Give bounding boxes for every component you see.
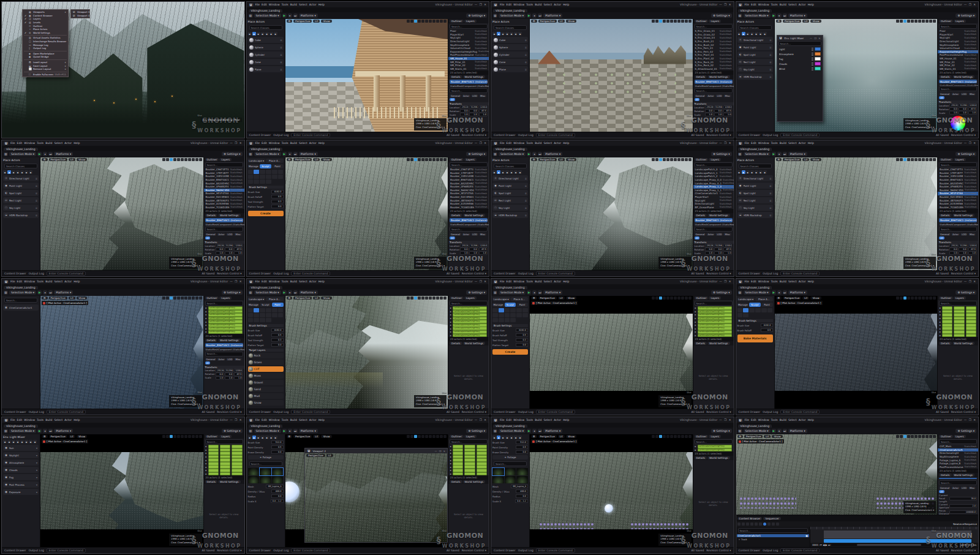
viewport-tool-icon[interactable] xyxy=(907,435,910,438)
light-mixer-row[interactable]: Light xyxy=(777,47,823,51)
viewport-tool-icon[interactable] xyxy=(896,296,899,300)
selection-mode-dropdown[interactable]: Selection Mode ▾ xyxy=(744,429,771,433)
filter-pill[interactable]: LOD xyxy=(960,486,968,489)
console-input[interactable]: Enter Console Command xyxy=(536,548,575,553)
outliner-tab[interactable]: Outliner xyxy=(695,435,709,438)
foliage-detail-value[interactable]: 0.0 xyxy=(271,494,284,498)
viewport-tool-icon[interactable] xyxy=(685,158,688,161)
settings-dropdown[interactable]: ⚙ Settings ▾ xyxy=(711,290,732,295)
selection-mode-dropdown[interactable]: Selection Mode ▾ xyxy=(744,13,771,18)
viewport-menu-icon[interactable]: ⊞ xyxy=(531,435,537,438)
viewport-tool-icon[interactable] xyxy=(896,158,899,161)
details-search[interactable]: Search... xyxy=(939,480,977,485)
light-mixer-row[interactable]: Wind xyxy=(777,66,823,71)
place-item-directional-light[interactable]: ☀Directional Light≣ xyxy=(492,175,528,181)
viewport-tool-icon[interactable] xyxy=(929,296,932,300)
viewport[interactable]: ⊞PerspectiveLitShow[ Pilot Active - Cine… xyxy=(530,434,693,547)
menu-edit[interactable]: Edit xyxy=(751,418,756,421)
color-swatch[interactable] xyxy=(815,47,821,51)
save-icon[interactable]: ▤ xyxy=(493,429,497,433)
sequencer-toolbar-icon[interactable] xyxy=(755,523,758,526)
floating-viewport-window[interactable]: UViewport 2— ❐ ✕PerspectiveLit xyxy=(304,448,448,543)
viewport-tool-icon[interactable] xyxy=(192,296,195,300)
filter-pill[interactable]: Actor xyxy=(951,486,960,489)
sequencer-search[interactable]: Search... xyxy=(738,528,809,533)
filter-pill[interactable]: Actor xyxy=(706,94,715,97)
setting-value[interactable]: 0.5 xyxy=(516,333,528,337)
menu-help[interactable]: Help xyxy=(808,3,814,6)
menu-tools[interactable]: Tools xyxy=(526,142,533,145)
foliage-search[interactable]: Search... xyxy=(494,461,527,466)
viewport-tool-icon[interactable] xyxy=(652,20,655,23)
place-category-icon[interactable]: ▪ xyxy=(29,170,32,174)
menu-select[interactable]: Select xyxy=(54,142,62,145)
console-input[interactable]: Enter Console Command xyxy=(536,133,575,137)
menu-file[interactable]: File xyxy=(10,418,15,421)
viewport-tool-icon[interactable] xyxy=(681,20,684,23)
settings-dropdown[interactable]: ⚙ Settings ▾ xyxy=(956,429,976,433)
viewport-tool-icon[interactable] xyxy=(184,158,187,161)
place-item-sky-light[interactable]: ◠Sky Light≣ xyxy=(737,66,773,72)
outliner-tab[interactable]: Outliner xyxy=(695,20,709,23)
menu-actor[interactable]: Actor xyxy=(554,280,561,283)
place-category-icon[interactable]: ▪ xyxy=(501,32,505,36)
console-input[interactable]: Enter Console Command xyxy=(47,410,86,414)
viewport-tool-icon[interactable] xyxy=(900,158,903,161)
outliner-tab[interactable]: Outliner xyxy=(939,435,953,438)
viewport-tool-icon[interactable] xyxy=(195,158,198,161)
viewport-tool-icon[interactable] xyxy=(911,20,914,23)
viewport-tool-icon[interactable] xyxy=(681,435,684,438)
window-controls[interactable]: — ❐ ✕ xyxy=(719,280,731,283)
menu-help[interactable]: Help xyxy=(74,280,80,283)
platforms-dropdown[interactable]: Platforms ▾ xyxy=(299,429,318,433)
show-flags-dropdown[interactable]: Show xyxy=(321,158,331,161)
world-settings-tab[interactable]: World Settings xyxy=(707,75,730,78)
viewport[interactable]: ⊞PerspectiveLitShowVikinghouse_Landing19… xyxy=(285,157,448,270)
menu-file[interactable]: File xyxy=(500,418,505,421)
viewport-menu-icon[interactable]: ⊞ xyxy=(287,435,293,438)
outliner-search[interactable]: Search... xyxy=(450,301,488,306)
mixer-create-icon[interactable]: ▪ xyxy=(29,440,32,444)
landscape-tool-icon[interactable] xyxy=(254,175,259,179)
transform-value[interactable]: 1.0 xyxy=(225,376,233,380)
viewport[interactable]: ⊞PerspectiveLitShowVikinghouse_Landing19… xyxy=(775,157,938,270)
viewport-tool-icon[interactable] xyxy=(192,435,195,438)
place-category-icon[interactable]: ▪ xyxy=(252,32,256,36)
landscape-tab-paint[interactable]: Paint xyxy=(516,303,528,307)
outliner-search[interactable]: Search... xyxy=(205,301,243,306)
viewport-tool-icon[interactable] xyxy=(436,296,439,300)
viewport-tool-icon[interactable] xyxy=(195,435,198,438)
viewport-tool-icon[interactable] xyxy=(674,435,677,438)
landscape-tool-icon[interactable] xyxy=(743,308,748,312)
filter-pill[interactable]: Misc xyxy=(479,94,486,97)
menu-edit[interactable]: Edit xyxy=(751,142,756,145)
menu-actor[interactable]: Actor xyxy=(554,3,561,6)
filter-pill[interactable]: General xyxy=(695,94,706,97)
save-icon[interactable]: ▤ xyxy=(738,429,742,433)
view-mode-dropdown[interactable]: Lit xyxy=(558,158,565,161)
viewport-tool-icon[interactable] xyxy=(421,296,424,300)
sequencer-toolbar-icon[interactable] xyxy=(767,523,771,526)
menu-tools[interactable]: Tools xyxy=(771,280,778,283)
world-settings-tab[interactable]: World Settings xyxy=(463,342,486,345)
place-category-icon[interactable]: ▪ xyxy=(497,32,500,36)
viewport-tool-icon[interactable] xyxy=(681,296,684,300)
filter-pill[interactable]: LOD xyxy=(471,94,478,97)
drag-handle-icon[interactable]: ≣ xyxy=(525,61,527,64)
window-controls[interactable]: — ❐ ✕ xyxy=(475,418,487,421)
viewport-tool-icon[interactable] xyxy=(918,435,921,438)
mode-tab[interactable]: Landscape ▾ xyxy=(248,159,266,163)
settings-dropdown[interactable]: ⚙ Settings ▾ xyxy=(466,152,487,156)
landscape-tab-sculpt[interactable]: Sculpt xyxy=(505,303,516,307)
menu-actor[interactable]: Actor xyxy=(799,418,806,421)
camera-mode-dropdown[interactable]: Perspective xyxy=(783,20,801,23)
menu-tools[interactable]: Tools xyxy=(526,280,533,283)
selected-actor-header[interactable]: Boulder_B9673AC1 (Instance) xyxy=(695,80,733,84)
menu-item-world-settings[interactable]: ✓⚙World Settings xyxy=(23,31,68,35)
landscape-tool-icon[interactable] xyxy=(272,175,277,179)
viewport-tool-icon[interactable] xyxy=(162,158,165,161)
viewport-tool-icon[interactable] xyxy=(685,20,688,23)
expand-icon[interactable]: ▾ xyxy=(36,476,37,479)
viewport-tool-icon[interactable] xyxy=(421,20,424,23)
console-input[interactable]: Enter Console Command xyxy=(536,410,575,414)
